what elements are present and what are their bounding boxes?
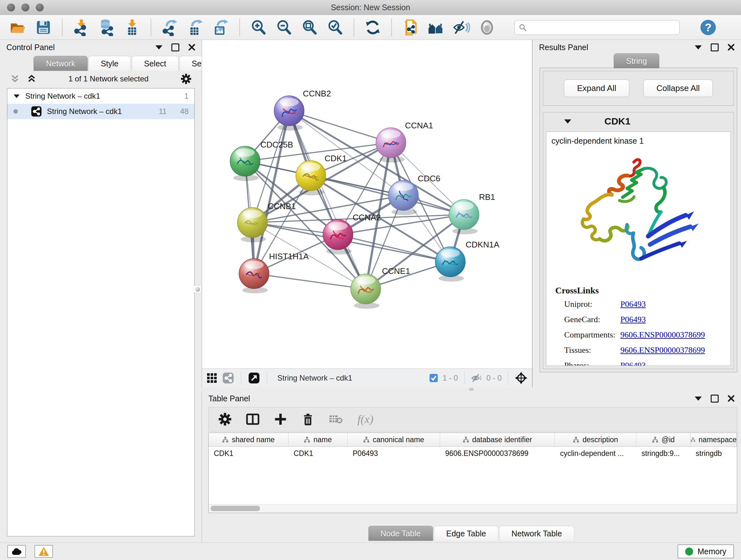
memory-button[interactable]: Memory (677, 544, 734, 558)
search-box[interactable] (515, 20, 680, 35)
close-window-button[interactable] (7, 3, 15, 11)
close-panel-icon[interactable] (188, 44, 195, 51)
column-header-shared-name[interactable]: shared name (209, 433, 288, 446)
tab-select[interactable]: Select (131, 56, 179, 71)
warning-status-button[interactable] (35, 545, 53, 558)
navigator-crosshair-icon[interactable] (515, 372, 528, 384)
column-header-description[interactable]: description (555, 433, 636, 446)
table-row[interactable]: CDK1CDK1P064939606.ENSP00000378699cyclin… (209, 447, 737, 460)
crosslink-value[interactable]: P06493 (620, 315, 646, 324)
crosslink-value[interactable]: P06493 (620, 300, 646, 309)
network-node-cdk1[interactable] (296, 161, 326, 191)
panel-menu-icon[interactable] (695, 45, 702, 50)
close-panel-icon[interactable] (728, 395, 735, 402)
delete-table-icon[interactable] (329, 414, 343, 425)
gear-icon[interactable] (181, 73, 192, 84)
crosslink-value[interactable]: 9606.ENSP00000378699 (620, 346, 705, 355)
tab-network[interactable]: Network (33, 56, 88, 71)
network-node-rb1[interactable] (449, 199, 479, 230)
show-all-networks-button[interactable] (427, 18, 445, 37)
left-splitter-handle[interactable] (194, 286, 201, 293)
minimize-window-button[interactable] (21, 3, 29, 11)
network-row[interactable]: String Network – cdk1 11 48 (7, 104, 194, 119)
network-node-hist1h1a[interactable] (239, 259, 269, 289)
expand-all-button[interactable]: Expand All (564, 79, 629, 97)
refresh-button[interactable] (364, 18, 382, 37)
network-edge[interactable] (289, 111, 391, 143)
horizontal-splitter[interactable] (202, 387, 741, 391)
open-session-button[interactable] (9, 18, 27, 37)
tab-edge-table[interactable]: Edge Table (434, 526, 498, 541)
crosslink-value[interactable]: P06493 (620, 361, 646, 366)
disclosure-triangle-icon[interactable] (564, 119, 571, 124)
table-horizontal-scrollbar[interactable] (209, 504, 737, 513)
network-node-ccna1[interactable] (376, 128, 406, 158)
zoom-selected-button[interactable] (326, 18, 344, 37)
zoom-out-button[interactable] (275, 18, 293, 37)
import-table-button[interactable] (123, 18, 141, 37)
collapse-all-button[interactable]: Collapse All (643, 79, 713, 97)
toolbar-separator (241, 372, 241, 384)
network-node-cdkn1a[interactable] (435, 247, 465, 277)
export-network-button[interactable] (161, 18, 179, 37)
selected-checkbox-icon[interactable] (429, 374, 438, 382)
tab-string[interactable]: String (614, 53, 659, 68)
close-panel-icon[interactable] (728, 44, 735, 51)
birdseye-grid-icon[interactable] (206, 373, 217, 383)
scrollbar-thumb[interactable] (211, 506, 260, 511)
export-view-icon[interactable] (248, 372, 260, 384)
cloud-status-button[interactable] (7, 545, 26, 558)
network-edge[interactable] (289, 111, 366, 289)
network-edge[interactable] (311, 176, 464, 214)
show-columns-icon[interactable] (246, 412, 260, 426)
hide-panel-button[interactable] (453, 18, 470, 37)
float-panel-icon[interactable] (711, 395, 719, 402)
network-node-ccnb2[interactable] (274, 96, 304, 126)
hidden-eye-icon[interactable] (471, 373, 482, 383)
import-network-from-database-button[interactable] (98, 18, 116, 37)
column-header--id[interactable]: @id (636, 433, 690, 446)
add-column-icon[interactable] (274, 413, 287, 426)
collapse-all-icon[interactable] (10, 74, 20, 84)
expand-all-icon[interactable] (27, 74, 37, 84)
table-settings-gear-icon[interactable] (218, 413, 232, 426)
node-entry-header[interactable]: CDK1 (543, 112, 734, 130)
tab-style[interactable]: Style (88, 56, 131, 71)
column-header-name[interactable]: name (288, 433, 347, 446)
network-canvas[interactable]: CCNB2CCNA1CDC25BCDK1CDC6RB1CCNB1CCNA2CDK… (202, 40, 532, 369)
crosslink-value[interactable]: 9606.ENSP00000378699 (620, 330, 705, 340)
zoom-window-button[interactable] (36, 3, 44, 11)
network-edge[interactable] (254, 273, 366, 289)
panel-menu-icon[interactable] (155, 45, 162, 50)
help-button[interactable]: ? (699, 19, 717, 36)
open-in-browser-button[interactable] (401, 18, 419, 37)
share-view-icon[interactable] (222, 372, 234, 384)
network-node-ccne1[interactable] (351, 274, 381, 304)
zoom-fit-button[interactable] (300, 18, 319, 37)
function-builder-icon[interactable]: f(x) (357, 413, 374, 426)
network-node-cdc25b[interactable] (230, 146, 260, 176)
tab-node-table[interactable]: Node Table (368, 526, 433, 541)
search-input[interactable] (529, 23, 676, 32)
delete-column-icon[interactable] (301, 413, 315, 426)
float-panel-icon[interactable] (172, 44, 179, 51)
network-node-ccnb1[interactable] (238, 207, 267, 238)
export-image-icon (212, 19, 229, 36)
network-node-ccna2[interactable] (323, 220, 353, 250)
zoom-in-button[interactable] (250, 18, 267, 37)
tab-network-table[interactable]: Network Table (499, 526, 575, 541)
network-collection-row[interactable]: String Network – cdk1 1 (7, 88, 194, 104)
save-session-button[interactable] (35, 18, 52, 37)
panel-menu-icon[interactable] (695, 396, 702, 401)
column-header-database-identifier[interactable]: database identifier (440, 433, 555, 446)
show-eye-button[interactable] (478, 18, 496, 37)
float-panel-icon[interactable] (711, 44, 719, 51)
import-network-button[interactable] (72, 18, 90, 37)
export-table-button[interactable] (186, 18, 204, 37)
column-header-canonical-name[interactable]: canonical name (347, 433, 440, 446)
export-image-button[interactable] (212, 18, 230, 37)
column-type-icon (690, 436, 695, 443)
network-node-cdc6[interactable] (388, 180, 418, 210)
column-header-namespace[interactable]: namespace (690, 433, 737, 446)
disclosure-triangle-icon[interactable] (14, 94, 20, 98)
